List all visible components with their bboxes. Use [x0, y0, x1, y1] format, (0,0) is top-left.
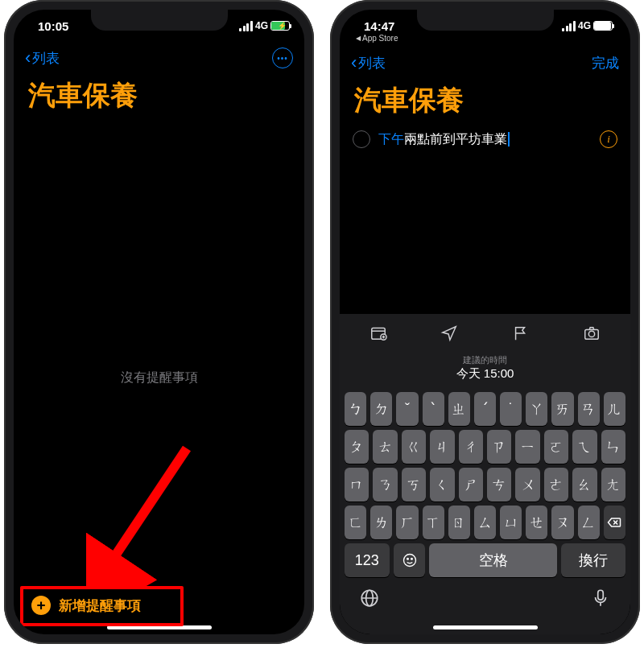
ellipsis-icon: •••: [277, 54, 288, 63]
key[interactable]: ㄡ: [551, 506, 573, 539]
info-icon[interactable]: i: [600, 130, 617, 148]
key[interactable]: ㄟ: [572, 430, 597, 464]
status-right: 4G: [562, 20, 613, 31]
key[interactable]: ㄤ: [601, 468, 625, 501]
return-to-label: App Store: [362, 34, 398, 43]
nav-bar: ‹ 列表 •••: [14, 42, 304, 74]
phone-left: 10:05 4G ⚡ ‹ 列表 ••• 汽車保養 沒有提醒事項 + 新增提醒事項: [4, 0, 314, 644]
svg-point-11: [403, 555, 415, 567]
key[interactable]: ㄌ: [370, 506, 392, 539]
calendar-add-icon[interactable]: [369, 324, 387, 345]
reminder-item[interactable]: 下午兩點前到平坊車業 i: [340, 126, 630, 153]
key[interactable]: ㄇ: [345, 468, 369, 501]
microphone-icon[interactable]: [590, 588, 611, 612]
add-reminder-button[interactable]: + 新增提醒事項: [23, 588, 295, 623]
keyboard-suggestion[interactable]: 建議的時間 今天 15:00: [343, 351, 627, 388]
svg-point-8: [588, 331, 594, 336]
svg-rect-17: [598, 590, 604, 600]
key[interactable]: ㄐ: [430, 430, 454, 464]
backspace-key[interactable]: [604, 506, 625, 539]
network-label: 4G: [255, 20, 268, 31]
key[interactable]: ˙: [500, 392, 522, 426]
key[interactable]: ㄕ: [459, 468, 483, 501]
globe-icon[interactable]: [359, 588, 380, 612]
key[interactable]: ㄠ: [572, 468, 597, 501]
keyboard-row-bottom: 123 空格 換行: [345, 543, 625, 577]
status-time: 14:47: [364, 19, 394, 33]
svg-point-13: [411, 559, 412, 560]
keyboard-row-1: ㄅㄉˇˋㄓˊ˙ㄚㄞㄢㄦ: [345, 392, 625, 426]
key[interactable]: ㄖ: [448, 506, 470, 539]
return-key[interactable]: 換行: [561, 543, 625, 577]
signal-icon: [239, 21, 253, 31]
key[interactable]: ㄆ: [345, 430, 369, 464]
emoji-key[interactable]: [394, 543, 426, 577]
key[interactable]: ㄞ: [551, 392, 573, 426]
charging-icon: ⚡: [278, 22, 287, 30]
network-label: 4G: [578, 20, 591, 31]
key[interactable]: ㄋ: [373, 468, 397, 501]
key[interactable]: ㄚ: [526, 392, 547, 426]
notch: [417, 10, 554, 31]
key[interactable]: ㄝ: [526, 506, 547, 539]
key[interactable]: ㄒ: [423, 506, 444, 539]
keyboard-row-3: ㄇㄋㄎㄑㄕㄘㄨㄜㄠㄤ: [345, 468, 625, 501]
reminder-checkbox[interactable]: [353, 130, 370, 148]
key[interactable]: ㄥ: [578, 506, 600, 539]
keyboard-row-2: ㄆㄊㄍㄐㄔㄗㄧㄛㄟㄣ: [345, 430, 625, 464]
key[interactable]: ㄅ: [345, 392, 366, 426]
key[interactable]: ㄍ: [402, 430, 426, 464]
key[interactable]: ㄣ: [601, 430, 625, 464]
chevron-left-icon: ‹: [351, 52, 357, 73]
key[interactable]: ㄜ: [544, 468, 568, 501]
back-button[interactable]: ‹ 列表: [351, 52, 386, 73]
numbers-key[interactable]: 123: [345, 543, 390, 577]
camera-icon[interactable]: [583, 324, 601, 345]
key[interactable]: ˇ: [396, 392, 418, 426]
flag-icon[interactable]: [512, 324, 530, 345]
keyboard: 建議的時間 今天 15:00 ㄅㄉˇˋㄓˊ˙ㄚㄞㄢㄦ ㄆㄊㄍㄐㄔㄗㄧㄛㄟㄣ ㄇㄋ…: [340, 313, 630, 634]
nav-bar: ‹ 列表 完成: [340, 47, 630, 79]
notch: [91, 10, 228, 31]
location-arrow-icon[interactable]: [440, 324, 458, 345]
home-indicator[interactable]: [107, 625, 212, 629]
key[interactable]: ㄉ: [370, 392, 392, 426]
space-key[interactable]: 空格: [429, 543, 557, 577]
keyboard-row-4: ㄈㄌㄏㄒㄖㄙㄩㄝㄡㄥ: [345, 506, 625, 539]
reminder-rest-span: 兩點前到平坊車業: [404, 131, 507, 148]
key[interactable]: ㄔ: [459, 430, 483, 464]
key[interactable]: ㄎ: [402, 468, 426, 501]
key[interactable]: ㄓ: [448, 392, 470, 426]
triangle-left-icon: ◀: [356, 35, 361, 42]
back-label: 列表: [32, 49, 60, 68]
key[interactable]: ㄨ: [515, 468, 539, 501]
key[interactable]: ˋ: [423, 392, 444, 426]
key[interactable]: ㄦ: [604, 392, 625, 426]
back-label: 列表: [358, 54, 386, 72]
home-indicator[interactable]: [433, 625, 538, 629]
suggestion-label: 建議的時間: [343, 354, 627, 366]
return-to-app-button[interactable]: ◀ App Store: [356, 34, 398, 43]
suggestion-value: 今天 15:00: [343, 366, 627, 382]
key[interactable]: ㄗ: [487, 430, 511, 464]
empty-state-text: 沒有提醒事項: [14, 121, 304, 634]
key[interactable]: ㄧ: [515, 430, 539, 464]
reminder-text-input[interactable]: 下午兩點前到平坊車業: [378, 131, 592, 148]
screen-left: 10:05 4G ⚡ ‹ 列表 ••• 汽車保養 沒有提醒事項 + 新增提醒事項: [14, 10, 304, 634]
key[interactable]: ㄘ: [487, 468, 511, 501]
more-options-button[interactable]: •••: [272, 47, 293, 68]
plus-circle-icon: +: [31, 596, 51, 615]
key[interactable]: ㄈ: [345, 506, 366, 539]
key[interactable]: ㄛ: [544, 430, 568, 464]
key[interactable]: ˊ: [474, 392, 496, 426]
key[interactable]: ㄢ: [578, 392, 600, 426]
key[interactable]: ㄑ: [430, 468, 454, 501]
page-title: 汽車保養: [14, 74, 304, 121]
key[interactable]: ㄊ: [373, 430, 397, 464]
back-button[interactable]: ‹ 列表: [25, 47, 60, 68]
key[interactable]: ㄩ: [500, 506, 522, 539]
keyboard-bottom-bar: [343, 581, 627, 629]
key[interactable]: ㄏ: [396, 506, 418, 539]
done-button[interactable]: 完成: [592, 54, 619, 72]
key[interactable]: ㄙ: [474, 506, 496, 539]
